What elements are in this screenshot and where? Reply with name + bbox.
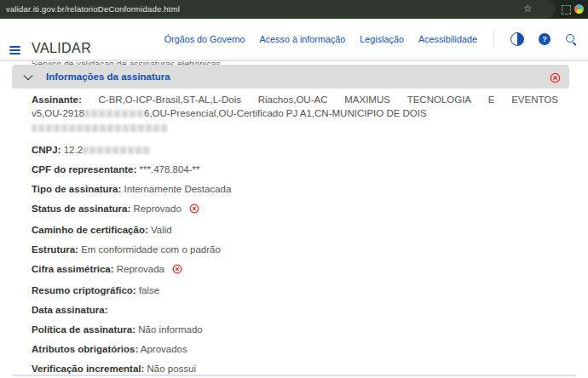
field-value: C-BR,O-ICP-Brasil,ST-AL,L-Dois [99, 93, 241, 106]
field-value: Não possui [147, 364, 197, 374]
field-value: Aprovados [141, 344, 187, 354]
section-title: Informações da assinatura [46, 72, 170, 82]
field-value: TECNOLOGIA [407, 93, 471, 106]
field-label: Atributos obrigatórios: [32, 344, 138, 354]
chevron-down-icon [23, 71, 32, 80]
field-value: MAXIMUS [344, 93, 390, 106]
menu-icon[interactable] [9, 46, 20, 54]
download-manager-extension-icon[interactable] [574, 4, 584, 14]
report-content: Assinante: C-BR,O-ICP-Brasil,ST-AL,L-Doi… [32, 93, 558, 378]
field-value: v5,OU-2918 [32, 108, 84, 118]
redacted-blur [32, 124, 168, 132]
verificacao-incremental-row: Verificação incremental: Não possui [32, 363, 558, 375]
site-header: VALIDAR Serviço de validação de assinatu… [0, 19, 588, 60]
section-informacoes-assinatura[interactable]: Informações da assinatura [12, 65, 569, 89]
field-label: Política de assinatura: [32, 324, 135, 335]
nav-link-orgaos[interactable]: Órgãos do Governo [164, 34, 245, 44]
site-title: VALIDAR [32, 41, 91, 56]
redacted-blur [84, 110, 144, 117]
politica-assinatura-row: Política de assinatura: Não informado [32, 324, 558, 336]
field-label: Verificação incremental: [32, 364, 144, 374]
field-label: CNPJ: [32, 145, 61, 155]
field-label: Estrutura: [32, 244, 78, 255]
contrast-icon[interactable] [510, 32, 524, 46]
nav-link-acesso[interactable]: Acesso à informação [260, 34, 346, 44]
error-status-icon [189, 203, 199, 217]
field-value: EVENTOS [511, 93, 558, 106]
redacted-blur [83, 146, 151, 154]
browser-top-bar: validar.iti.gov.br/relatorioDeConformida… [0, 0, 588, 19]
field-label: Data assinatura: [32, 305, 107, 315]
header-nav: Órgãos do Governo Acesso à informação Le… [164, 19, 578, 60]
nav-link-legislacao[interactable]: Legislação [360, 34, 404, 44]
field-label: Caminho de certificação: [32, 225, 148, 235]
field-value: Não informado [138, 324, 202, 335]
field-value: ***.478.804-** [140, 164, 200, 175]
bookmark-star-icon[interactable]: ☆ [523, 3, 533, 14]
tipo-assinatura-row: Tipo de assinatura: Internamente Destaca… [32, 183, 558, 196]
field-value: Reprovado [134, 203, 182, 214]
bottom-divider [12, 375, 576, 376]
search-icon[interactable] [565, 33, 578, 46]
field-label: CPF do representante: [32, 164, 136, 175]
data-assinatura-row: Data assinatura: [32, 304, 558, 317]
status-assinatura-row: Status de assinatura: Reprovado [32, 203, 558, 217]
url-bar[interactable]: validar.iti.gov.br/relatorioDeConformida… [0, 0, 556, 19]
cpf-row: CPF do representante: ***.478.804-** [32, 163, 558, 176]
nav-link-acessibilidade[interactable]: Acessibilidade [418, 34, 477, 44]
field-value: Reprovada [117, 264, 164, 274]
field-value: 12.2 [64, 145, 83, 155]
cnpj-row: CNPJ: 12.2 [32, 144, 558, 157]
url-text[interactable]: validar.iti.gov.br/relatorioDeConformida… [6, 4, 180, 14]
field-value: 6,OU-Presencial,OU-Certificado PJ A1,CN-… [144, 108, 427, 118]
field-value: Valid [151, 225, 172, 235]
field-value: Riachos,OU-AC [258, 93, 328, 106]
caminho-certificacao-row: Caminho de certificação: Valid [32, 224, 558, 237]
assinante-row: Assinante: C-BR,O-ICP-Brasil,ST-AL,L-Doi… [32, 93, 558, 106]
resumo-criptografico-row: Resumo criptográfico: false [32, 284, 558, 297]
field-value: E [488, 93, 495, 106]
field-label: Cifra assimétrica: [32, 264, 114, 274]
nav-separator [493, 30, 494, 49]
field-label: Resumo criptográfico: [32, 285, 136, 295]
field-label: Status de assinatura: [32, 203, 130, 214]
atributos-obrigatorios-row: Atributos obrigatórios: Aprovados [32, 343, 558, 356]
error-status-icon [172, 264, 182, 278]
field-value: Em conformidade com o padrão [81, 244, 221, 255]
field-value: false [139, 285, 159, 295]
header-divider [0, 60, 588, 61]
cifra-assimetrica-row: Cifra assimétrica: Reprovada [32, 263, 558, 278]
estrutura-row: Estrutura: Em conformidade com o padrão [32, 243, 558, 256]
field-label: Tipo de assinatura: [32, 184, 121, 194]
capture-extension-icon[interactable] [562, 5, 571, 14]
error-status-icon [550, 72, 561, 87]
field-label: Assinante: [32, 93, 82, 106]
assinante-row-line2: v5,OU-29186,OU-Presencial,OU-Certificado… [32, 106, 558, 135]
help-icon[interactable]: ? [539, 33, 551, 45]
field-value: Internamente Destacada [124, 184, 231, 194]
page: validar.iti.gov.br/relatorioDeConformida… [0, 0, 588, 378]
